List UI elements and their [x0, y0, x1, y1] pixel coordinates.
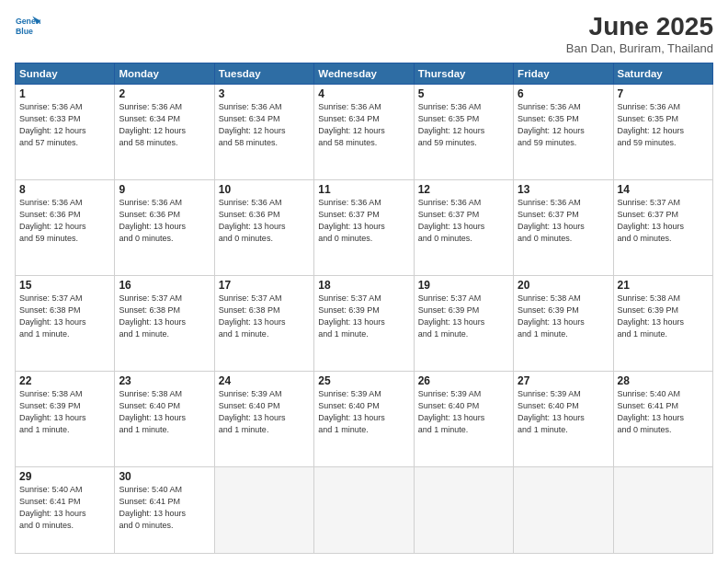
day-info: Sunrise: 5:36 AM Sunset: 6:36 PM Dayligh…	[19, 197, 110, 245]
col-sunday: Sunday	[16, 63, 115, 84]
day-number: 4	[318, 87, 409, 100]
day-info: Sunrise: 5:37 AM Sunset: 6:38 PM Dayligh…	[119, 293, 210, 340]
day-cell: 2Sunrise: 5:36 AM Sunset: 6:34 PM Daylig…	[115, 84, 214, 179]
day-info: Sunrise: 5:36 AM Sunset: 6:36 PM Dayligh…	[119, 197, 210, 245]
day-info: Sunrise: 5:36 AM Sunset: 6:34 PM Dayligh…	[119, 101, 210, 149]
day-cell: 16Sunrise: 5:37 AM Sunset: 6:38 PM Dayli…	[115, 275, 214, 371]
day-cell: 20Sunrise: 5:38 AM Sunset: 6:39 PM Dayli…	[514, 275, 613, 371]
col-friday: Friday	[514, 63, 613, 84]
day-number: 2	[119, 87, 210, 100]
day-number: 13	[518, 183, 609, 196]
day-cell: 26Sunrise: 5:39 AM Sunset: 6:40 PM Dayli…	[414, 371, 513, 466]
page: General Blue June 2025 Ban Dan, Buriram,…	[0, 0, 728, 563]
col-tuesday: Tuesday	[214, 63, 313, 84]
day-cell: 7Sunrise: 5:36 AM Sunset: 6:35 PM Daylig…	[613, 84, 712, 179]
day-cell	[613, 466, 712, 553]
day-info: Sunrise: 5:36 AM Sunset: 6:35 PM Dayligh…	[618, 101, 709, 149]
day-number: 28	[618, 374, 709, 387]
day-info: Sunrise: 5:36 AM Sunset: 6:33 PM Dayligh…	[19, 101, 110, 149]
day-cell: 30Sunrise: 5:40 AM Sunset: 6:41 PM Dayli…	[115, 466, 214, 553]
day-info: Sunrise: 5:40 AM Sunset: 6:41 PM Dayligh…	[19, 484, 110, 532]
month-title: June 2025	[566, 13, 713, 41]
day-info: Sunrise: 5:37 AM Sunset: 6:39 PM Dayligh…	[318, 293, 409, 340]
day-cell: 28Sunrise: 5:40 AM Sunset: 6:41 PM Dayli…	[613, 371, 712, 466]
day-number: 26	[418, 374, 509, 387]
day-cell	[214, 466, 313, 553]
day-number: 17	[219, 279, 310, 292]
day-info: Sunrise: 5:36 AM Sunset: 6:35 PM Dayligh…	[518, 101, 609, 149]
week-row-1: 1Sunrise: 5:36 AM Sunset: 6:33 PM Daylig…	[16, 84, 713, 179]
week-row-4: 22Sunrise: 5:38 AM Sunset: 6:39 PM Dayli…	[16, 371, 713, 466]
logo-icon: General Blue	[15, 13, 40, 39]
day-info: Sunrise: 5:36 AM Sunset: 6:37 PM Dayligh…	[318, 197, 409, 245]
day-info: Sunrise: 5:36 AM Sunset: 6:34 PM Dayligh…	[219, 101, 310, 149]
title-block: June 2025 Ban Dan, Buriram, Thailand	[566, 13, 713, 55]
svg-text:Blue: Blue	[16, 27, 33, 36]
day-cell: 17Sunrise: 5:37 AM Sunset: 6:38 PM Dayli…	[214, 275, 313, 371]
day-cell: 5Sunrise: 5:36 AM Sunset: 6:35 PM Daylig…	[414, 84, 513, 179]
day-cell: 9Sunrise: 5:36 AM Sunset: 6:36 PM Daylig…	[115, 179, 214, 275]
day-info: Sunrise: 5:37 AM Sunset: 6:38 PM Dayligh…	[19, 293, 110, 340]
day-number: 10	[219, 183, 310, 196]
day-cell: 21Sunrise: 5:38 AM Sunset: 6:39 PM Dayli…	[613, 275, 712, 371]
day-cell: 22Sunrise: 5:38 AM Sunset: 6:39 PM Dayli…	[16, 371, 115, 466]
day-cell: 27Sunrise: 5:39 AM Sunset: 6:40 PM Dayli…	[514, 371, 613, 466]
day-cell: 23Sunrise: 5:38 AM Sunset: 6:40 PM Dayli…	[115, 371, 214, 466]
day-info: Sunrise: 5:37 AM Sunset: 6:39 PM Dayligh…	[418, 293, 509, 340]
day-number: 12	[418, 183, 509, 196]
day-info: Sunrise: 5:37 AM Sunset: 6:37 PM Dayligh…	[618, 197, 709, 245]
day-info: Sunrise: 5:39 AM Sunset: 6:40 PM Dayligh…	[518, 388, 609, 436]
day-number: 8	[19, 183, 110, 196]
day-cell: 3Sunrise: 5:36 AM Sunset: 6:34 PM Daylig…	[214, 84, 313, 179]
logo: General Blue	[15, 13, 40, 39]
day-info: Sunrise: 5:38 AM Sunset: 6:39 PM Dayligh…	[618, 293, 709, 340]
week-row-2: 8Sunrise: 5:36 AM Sunset: 6:36 PM Daylig…	[16, 179, 713, 275]
day-cell: 25Sunrise: 5:39 AM Sunset: 6:40 PM Dayli…	[314, 371, 414, 466]
col-saturday: Saturday	[613, 63, 712, 84]
location: Ban Dan, Buriram, Thailand	[566, 41, 713, 55]
day-number: 30	[119, 470, 210, 483]
week-row-5: 29Sunrise: 5:40 AM Sunset: 6:41 PM Dayli…	[16, 466, 713, 553]
day-info: Sunrise: 5:38 AM Sunset: 6:39 PM Dayligh…	[518, 293, 609, 340]
day-info: Sunrise: 5:36 AM Sunset: 6:35 PM Dayligh…	[418, 101, 509, 149]
day-cell: 15Sunrise: 5:37 AM Sunset: 6:38 PM Dayli…	[16, 275, 115, 371]
day-number: 16	[119, 279, 210, 292]
day-info: Sunrise: 5:37 AM Sunset: 6:38 PM Dayligh…	[219, 293, 310, 340]
day-cell	[514, 466, 613, 553]
day-cell: 4Sunrise: 5:36 AM Sunset: 6:34 PM Daylig…	[314, 84, 414, 179]
day-number: 3	[219, 87, 310, 100]
day-info: Sunrise: 5:36 AM Sunset: 6:37 PM Dayligh…	[518, 197, 609, 245]
day-number: 19	[418, 279, 509, 292]
day-info: Sunrise: 5:40 AM Sunset: 6:41 PM Dayligh…	[119, 484, 210, 532]
day-number: 20	[518, 279, 609, 292]
day-cell: 19Sunrise: 5:37 AM Sunset: 6:39 PM Dayli…	[414, 275, 513, 371]
day-number: 7	[618, 87, 709, 100]
day-cell: 8Sunrise: 5:36 AM Sunset: 6:36 PM Daylig…	[16, 179, 115, 275]
header-row: Sunday Monday Tuesday Wednesday Thursday…	[16, 63, 713, 84]
day-number: 21	[618, 279, 709, 292]
day-info: Sunrise: 5:36 AM Sunset: 6:36 PM Dayligh…	[219, 197, 310, 245]
day-number: 5	[418, 87, 509, 100]
day-number: 11	[318, 183, 409, 196]
day-info: Sunrise: 5:40 AM Sunset: 6:41 PM Dayligh…	[618, 388, 709, 436]
day-info: Sunrise: 5:36 AM Sunset: 6:37 PM Dayligh…	[418, 197, 509, 245]
day-number: 9	[119, 183, 210, 196]
day-number: 14	[618, 183, 709, 196]
header: General Blue June 2025 Ban Dan, Buriram,…	[15, 13, 713, 55]
day-number: 27	[518, 374, 609, 387]
day-info: Sunrise: 5:39 AM Sunset: 6:40 PM Dayligh…	[418, 388, 509, 436]
day-number: 6	[518, 87, 609, 100]
col-thursday: Thursday	[414, 63, 513, 84]
day-info: Sunrise: 5:39 AM Sunset: 6:40 PM Dayligh…	[219, 388, 310, 436]
week-row-3: 15Sunrise: 5:37 AM Sunset: 6:38 PM Dayli…	[16, 275, 713, 371]
day-number: 22	[19, 374, 110, 387]
calendar-table: Sunday Monday Tuesday Wednesday Thursday…	[15, 63, 713, 554]
day-cell: 12Sunrise: 5:36 AM Sunset: 6:37 PM Dayli…	[414, 179, 513, 275]
day-cell: 6Sunrise: 5:36 AM Sunset: 6:35 PM Daylig…	[514, 84, 613, 179]
day-number: 1	[19, 87, 110, 100]
day-cell: 1Sunrise: 5:36 AM Sunset: 6:33 PM Daylig…	[16, 84, 115, 179]
day-info: Sunrise: 5:39 AM Sunset: 6:40 PM Dayligh…	[318, 388, 409, 436]
col-wednesday: Wednesday	[314, 63, 414, 84]
day-cell: 10Sunrise: 5:36 AM Sunset: 6:36 PM Dayli…	[214, 179, 313, 275]
day-number: 15	[19, 279, 110, 292]
